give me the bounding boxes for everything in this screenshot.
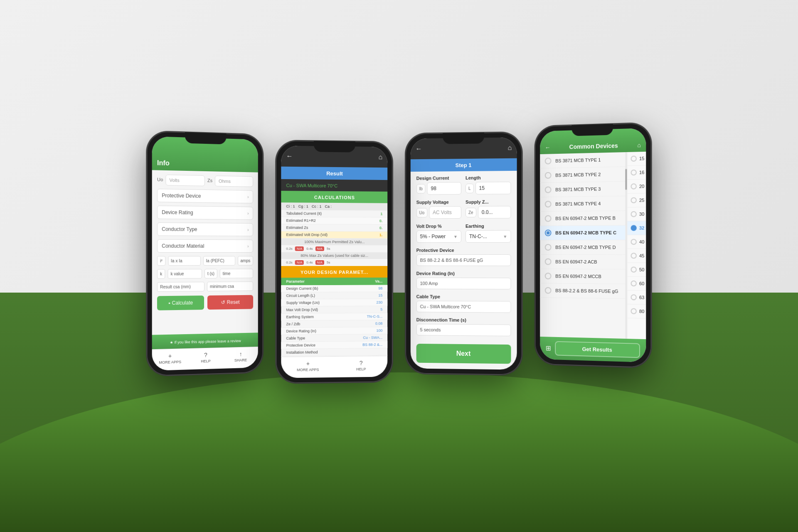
device-item-5[interactable]: BS EN 60947-2 MCB TYPE C <box>540 226 625 241</box>
supply-voltage-input[interactable]: AC Volts <box>429 206 461 219</box>
p4-back-icon[interactable]: ← <box>545 144 551 151</box>
device-item-8[interactable]: BS EN 60947-2 MCCB <box>540 269 625 284</box>
ia-pefc-field[interactable]: Ia (PEFC) <box>203 256 235 266</box>
device-item-0[interactable]: BS 3871 MCB TYPE 1 <box>540 152 625 168</box>
rating-radio-11[interactable] <box>631 308 637 314</box>
rating-radio-6[interactable] <box>631 239 637 245</box>
rating-row-10[interactable]: 63 <box>627 291 646 305</box>
device-radio-5[interactable] <box>545 229 552 236</box>
p4-home-icon[interactable]: ⌂ <box>637 142 641 148</box>
device-radio-6[interactable] <box>545 244 552 251</box>
i2-field[interactable]: i² <box>157 256 165 266</box>
design-current-input[interactable]: 98 <box>427 182 461 195</box>
device-radio-8[interactable] <box>545 273 552 279</box>
result-csa-field[interactable]: Result csa (mm) <box>157 282 204 292</box>
conductor-material-field[interactable]: Conductor Material › <box>157 239 253 253</box>
k-value-field[interactable]: k value <box>167 269 202 279</box>
volt-drop-label: Volt Drop % <box>416 224 461 229</box>
rating-row-7[interactable]: 45 <box>627 249 646 263</box>
notch-1 <box>185 132 227 144</box>
rating-radio-7[interactable] <box>631 253 637 259</box>
calculate-button[interactable]: ▪ Calculate <box>157 296 204 310</box>
volt-drop-select[interactable]: 5% - Power ▼ <box>416 230 461 243</box>
time-field[interactable]: time <box>220 269 253 278</box>
rating-row-2[interactable]: 20 <box>627 180 646 194</box>
device-item-6[interactable]: BS EN 60947-2 MCB TYPE D <box>540 240 625 255</box>
rating-radio-9[interactable] <box>631 281 637 286</box>
device-radio-0[interactable] <box>545 158 552 164</box>
rating-radio-3[interactable] <box>631 197 637 203</box>
rating-val-5: 32 <box>639 225 645 230</box>
rating-row-5[interactable]: 32 <box>627 221 646 235</box>
rating-row-0[interactable]: 15 <box>627 152 646 166</box>
device-radio-1[interactable] <box>545 172 552 179</box>
p4-scrollbar[interactable] <box>625 152 627 339</box>
next-button[interactable]: Next <box>416 344 511 364</box>
device-radio-2[interactable] <box>545 187 552 193</box>
conductor-type-field[interactable]: Conductor Type › <box>157 222 253 236</box>
device-radio-9[interactable] <box>545 287 552 294</box>
rating-radio-1[interactable] <box>631 170 637 175</box>
p3-back-icon[interactable]: ← <box>416 145 422 153</box>
rating-row-1[interactable]: 16 <box>627 165 646 180</box>
protective-device-field[interactable]: Protective Device › <box>157 189 253 203</box>
p1-nav-share[interactable]: ↑ SHARE <box>223 350 258 363</box>
rating-row-3[interactable]: 25 <box>627 193 646 207</box>
table-label-1: Estimated R1+R2 <box>286 218 379 223</box>
uo-prefix: Uo <box>416 208 428 217</box>
rating-row-4[interactable]: 30 <box>627 207 646 222</box>
get-results-button[interactable]: Get Results <box>555 341 640 358</box>
rating-radio-4[interactable] <box>631 211 637 217</box>
screen-1: Info Uo Volts Zs Ohms Protective <box>152 136 258 371</box>
rating-row-11[interactable]: 80 <box>627 304 646 318</box>
device-item-4[interactable]: BS EN 60947-2 MCB TYPE B <box>540 211 625 226</box>
device-item-3[interactable]: BS 3871 MCB TYPE 4 <box>540 196 625 212</box>
rating-row-6[interactable]: 40 <box>627 235 646 249</box>
p3-home-icon[interactable]: ⌂ <box>508 144 512 152</box>
uo-input[interactable]: Volts <box>165 175 205 186</box>
p2-home-icon[interactable]: ⌂ <box>379 153 383 161</box>
device-label-6: BS EN 60947-2 MCB TYPE D <box>555 245 620 250</box>
device-rating-display[interactable]: 100 Amp <box>416 278 511 290</box>
supply-ze-input[interactable]: 0.0... <box>478 206 511 218</box>
p2-calc-header: CALCULATIONS <box>281 191 387 203</box>
device-item-1[interactable]: BS 3871 MCB TYPE 2 <box>540 167 625 183</box>
device-item-9[interactable]: BS 88-2.2 & BS 88-6 FUSE gG <box>540 283 625 299</box>
reset-button[interactable]: ↺ Reset <box>207 295 253 310</box>
p1-nav-help[interactable]: ? HELP <box>188 351 223 364</box>
rating-val-1: 16 <box>639 170 645 175</box>
rating-radio-0[interactable] <box>631 156 637 162</box>
device-item-7[interactable]: BS EN 60947-2 ACB <box>540 255 625 270</box>
p1-nav-more-apps[interactable]: + MORE APPS <box>152 352 188 365</box>
rating-val-2: 20 <box>639 184 645 189</box>
rating-radio-8[interactable] <box>631 267 637 273</box>
rating-radio-5[interactable] <box>631 225 637 231</box>
zs-input[interactable]: Ohms <box>215 175 253 187</box>
rating-radio-10[interactable] <box>631 294 637 300</box>
device-rating-field[interactable]: Device Rating › <box>157 206 253 220</box>
rating-row-8[interactable]: 50 <box>627 263 646 277</box>
p2-nav-more-apps[interactable]: + MORE APPS <box>281 360 335 372</box>
p4-list-container: BS 3871 MCB TYPE 1 BS 3871 MCB TYPE 2 BS… <box>540 152 646 339</box>
p2-result-title: Result <box>326 170 343 177</box>
p2-80pct-bar: 80% Max Zs Values (used for cable siz... <box>281 252 387 259</box>
ib-prefix: Ib <box>416 184 426 193</box>
disconnection-display[interactable]: 5 seconds <box>416 324 511 336</box>
param-col-1: Parameter <box>286 279 335 283</box>
device-radio-3[interactable] <box>545 201 552 207</box>
ia-x-ia-field[interactable]: Ia x Ia <box>168 256 201 266</box>
device-item-2[interactable]: BS 3871 MCB TYPE 3 <box>540 182 625 197</box>
p2-back-icon[interactable]: ← <box>286 153 293 160</box>
rating-row-9[interactable]: 60 <box>627 277 646 291</box>
p4-grid-icon: ⊞ <box>546 344 551 352</box>
earthing-select[interactable]: TN-C-... ▼ <box>466 230 511 243</box>
device-radio-4[interactable] <box>545 215 552 222</box>
notch-4 <box>571 124 613 136</box>
device-radio-7[interactable] <box>545 259 552 265</box>
cable-type-display[interactable]: Cu - SWA Multicore 70°C <box>416 300 511 313</box>
rating-radio-2[interactable] <box>631 183 637 189</box>
p2-nav-help[interactable]: ? HELP <box>335 360 387 372</box>
param-row-6: Device Rating (In) 100 <box>281 327 387 335</box>
protective-device-display[interactable]: BS 88-2.2 & BS 88-6 FUSE gG <box>416 254 511 266</box>
length-input[interactable]: 15 <box>475 182 511 195</box>
